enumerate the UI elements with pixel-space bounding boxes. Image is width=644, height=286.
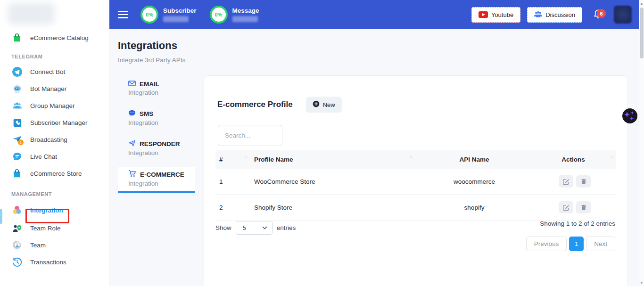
search-input[interactable] xyxy=(218,125,282,146)
tab-title: EMAIL xyxy=(140,81,159,88)
app-logo xyxy=(8,3,55,25)
tab-email-integration[interactable]: EMAIL Integration xyxy=(118,77,195,100)
send-plane-icon xyxy=(128,140,136,148)
sidebar-item-label: Team xyxy=(30,242,46,249)
broadcast-badge-count: 1 xyxy=(20,141,22,144)
new-button-label: New xyxy=(323,101,335,108)
user-avatar[interactable] xyxy=(614,6,632,24)
discussion-button-label: Discussion xyxy=(545,11,575,18)
sidebar-item-ecommerce-store[interactable]: eCommerce Store xyxy=(0,165,109,182)
tab-subtitle: Integration xyxy=(128,180,195,187)
table-header-row: ↑↓# ↑↓Profile Name API Name ↑↓Actions xyxy=(215,150,616,169)
column-header-actions[interactable]: ↑↓Actions xyxy=(533,150,616,169)
sidebar-item-group-manager[interactable]: Group Manager xyxy=(0,97,109,114)
app-window: eCommerce Catalog TELEGRAM Connect Bot B… xyxy=(0,0,644,286)
table-row: 2 Shopify Store shopify xyxy=(215,195,616,221)
delete-button[interactable] xyxy=(576,175,591,188)
sidebar-item-label: Broadcasting xyxy=(30,136,67,143)
subscriber-stat-value-blurred xyxy=(163,16,189,22)
new-profile-button[interactable]: New xyxy=(306,97,342,113)
profiles-table: ↑↓# ↑↓Profile Name API Name ↑↓Actions 1 … xyxy=(215,150,616,221)
sort-icon[interactable]: ↑↓ xyxy=(244,154,247,159)
sidebar-item-label: Connect Bot xyxy=(30,68,65,75)
pagination-next-button[interactable]: Next xyxy=(586,237,615,251)
shopping-bag-blue-icon xyxy=(11,168,23,179)
page-subtitle: Integrate 3rd Party APIs xyxy=(118,57,185,64)
sidebar-item-connect-bot[interactable]: Connect Bot xyxy=(0,63,109,80)
shield-person-icon xyxy=(11,222,23,234)
scrollbar-up-arrow[interactable]: ▲ xyxy=(639,0,644,7)
message-stat-value-blurred xyxy=(232,16,258,22)
column-header-num[interactable]: ↑↓# xyxy=(215,150,250,169)
page-size-value: 5 xyxy=(243,224,246,231)
email-icon xyxy=(128,81,136,88)
tab-title: SMS xyxy=(140,110,153,117)
sidebar-item-subscriber-manager[interactable]: Subscriber Manager xyxy=(0,114,109,131)
youtube-icon xyxy=(479,11,488,18)
column-header-profile-name[interactable]: ↑↓Profile Name xyxy=(250,150,415,169)
sidebar-item-bot-manager[interactable]: Bot Manager xyxy=(0,80,109,97)
sidebar-item-label: Transactions xyxy=(30,259,66,266)
pagination-previous-button[interactable]: Previous xyxy=(526,237,567,251)
sparkles-icon xyxy=(622,108,637,123)
subscriber-stat: 0% Subscriber xyxy=(140,6,197,24)
column-header-api-name[interactable]: API Name xyxy=(415,150,533,169)
edit-button[interactable] xyxy=(559,201,573,213)
sidebar-item-ecommerce-catalog[interactable]: eCommerce Catalog xyxy=(0,29,109,46)
notifications-button[interactable]: 6 xyxy=(593,8,603,21)
scrollbar-down-arrow[interactable]: ▼ xyxy=(639,279,644,286)
row-num: 2 xyxy=(215,195,250,221)
broadcast-plane-icon: 1 xyxy=(11,134,23,145)
users-icon xyxy=(534,11,542,19)
tab-subtitle: Integration xyxy=(128,89,195,96)
contact-book-icon xyxy=(11,117,23,128)
edit-pencil-icon xyxy=(562,178,570,185)
sort-icon[interactable]: ↑↓ xyxy=(610,154,612,159)
row-api-name: woocommerce xyxy=(415,169,533,195)
vertical-scrollbar[interactable]: ▲ ▼ xyxy=(639,0,644,286)
row-profile-name: Shopify Store xyxy=(250,195,415,221)
delete-button[interactable] xyxy=(576,201,591,213)
sms-icon xyxy=(128,110,136,118)
sidebar-item-transactions[interactable]: Transactions xyxy=(0,253,109,270)
content-area: Integrations Integrate 3rd Party APIs EM… xyxy=(109,29,644,286)
sidebar: eCommerce Catalog TELEGRAM Connect Bot B… xyxy=(0,0,109,286)
scrollbar-thumb[interactable] xyxy=(640,8,644,58)
tab-responder-integration[interactable]: RESPONDER Integration xyxy=(118,137,195,161)
tab-sms-integration[interactable]: SMS Integration xyxy=(118,106,195,131)
tab-ecommerce-integration[interactable]: E-COMMERCE Integration xyxy=(118,167,195,193)
gear-person-icon xyxy=(11,239,23,251)
chat-bubble-icon xyxy=(11,151,23,162)
cart-icon xyxy=(128,170,136,179)
notification-count-badge: 6 xyxy=(597,9,606,18)
ai-assistant-button[interactable] xyxy=(622,108,637,123)
history-clock-icon xyxy=(11,256,23,268)
sidebar-item-label: Group Manager xyxy=(30,102,75,109)
ecommerce-profile-card: E-commerce Profile New ↑↓# ↑↓Profile Nam… xyxy=(204,75,628,286)
card-title: E-commerce Profile xyxy=(217,100,293,109)
showing-entries-text: Showing 1 to 2 of 2 entries xyxy=(540,220,615,227)
sidebar-item-broadcasting[interactable]: 1 Broadcasting xyxy=(0,131,109,148)
entries-label: entries xyxy=(277,224,296,231)
robot-icon xyxy=(11,83,23,94)
tab-title: RESPONDER xyxy=(140,140,180,147)
discussion-button[interactable]: Discussion xyxy=(527,7,582,23)
sidebar-item-live-chat[interactable]: Live Chat xyxy=(0,148,109,165)
plus-circle-icon xyxy=(313,100,320,109)
hamburger-menu-icon[interactable] xyxy=(118,11,128,18)
chevron-down-icon xyxy=(262,226,267,229)
sidebar-item-team[interactable]: Team xyxy=(0,237,109,253)
sort-icon[interactable]: ↑↓ xyxy=(409,154,412,159)
edit-button[interactable] xyxy=(559,175,573,188)
youtube-button[interactable]: Youtube xyxy=(471,7,520,23)
sidebar-item-label: eCommerce Catalog xyxy=(30,34,89,41)
sidebar-item-label: Integration xyxy=(30,207,63,214)
sidebar-item-label: Live Chat xyxy=(30,153,57,160)
sidebar-item-integration[interactable]: Integration xyxy=(0,201,109,220)
sidebar-item-team-role[interactable]: Team Role xyxy=(0,220,109,237)
page-size-select[interactable]: 5 xyxy=(236,221,272,235)
pagination-page-1-button[interactable]: 1 xyxy=(569,237,584,251)
tab-title: E-COMMERCE xyxy=(140,171,184,178)
sidebar-item-label: eCommerce Store xyxy=(30,170,82,177)
youtube-button-label: Youtube xyxy=(491,11,513,18)
